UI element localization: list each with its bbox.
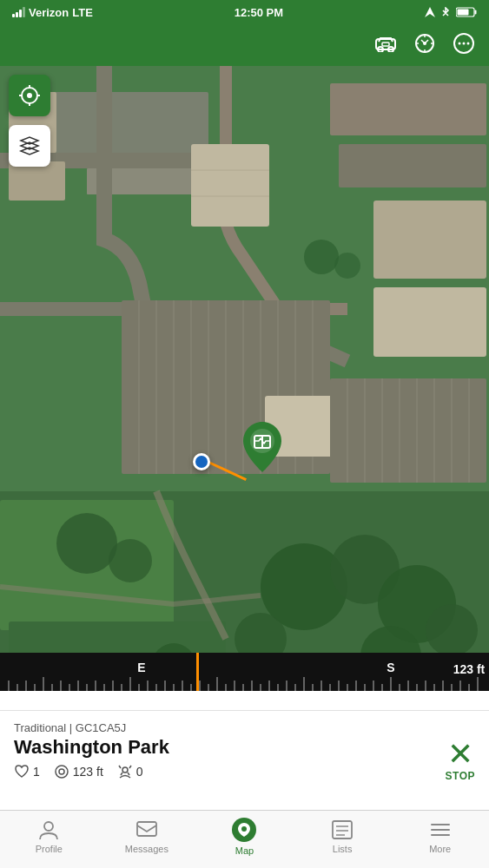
compass-button[interactable] xyxy=(414,33,435,54)
svg-point-52 xyxy=(56,513,117,574)
status-left: Verizon LTE xyxy=(12,6,93,19)
tab-lists[interactable]: Lists xyxy=(294,819,392,854)
tab-more[interactable]: More xyxy=(391,819,489,854)
svg-rect-26 xyxy=(373,287,486,357)
tab-profile-label: Profile xyxy=(36,844,63,854)
svg-line-137 xyxy=(119,766,121,768)
signal-bars xyxy=(12,7,25,17)
cache-name-label: Washington Park xyxy=(14,736,475,759)
layers-icon xyxy=(17,134,42,158)
svg-rect-2 xyxy=(475,10,477,15)
svg-rect-74 xyxy=(0,653,489,691)
stop-button[interactable]: ✕ STOP xyxy=(446,739,475,782)
svg-rect-20 xyxy=(191,144,269,227)
tab-map-label: Map xyxy=(235,845,254,856)
toolbar xyxy=(0,24,489,66)
svg-point-136 xyxy=(122,767,128,773)
svg-point-64 xyxy=(334,253,360,279)
distance-icon xyxy=(54,764,69,779)
tab-profile[interactable]: Profile xyxy=(0,819,98,854)
trackables-stat: 0 xyxy=(117,764,143,779)
svg-text:S: S xyxy=(387,661,394,674)
svg-point-61 xyxy=(426,604,478,656)
svg-point-141 xyxy=(44,822,53,831)
status-icons xyxy=(425,7,477,17)
svg-rect-131 xyxy=(196,653,199,691)
layers-button[interactable] xyxy=(9,125,50,167)
svg-text:123 ft: 123 ft xyxy=(453,662,486,676)
cache-stats: 1 123 ft xyxy=(14,764,475,779)
svg-rect-15 xyxy=(52,92,208,161)
lists-icon xyxy=(331,819,354,841)
bluetooth-icon xyxy=(440,7,451,17)
svg-point-144 xyxy=(241,826,247,832)
svg-rect-24 xyxy=(339,144,486,187)
info-panel: Traditional | GC1CA5J Washington Park 1 … xyxy=(0,710,489,810)
ruler-svg: // This won't execute inside SVG, using … xyxy=(0,653,489,691)
messages-icon xyxy=(135,819,158,841)
map-active-icon xyxy=(231,817,257,843)
svg-point-135 xyxy=(59,769,64,774)
svg-point-63 xyxy=(304,240,339,274)
locate-button[interactable] xyxy=(9,75,50,116)
status-bar: Verizon LTE 12:50 PM xyxy=(0,0,489,24)
svg-line-139 xyxy=(121,773,122,775)
battery-icon xyxy=(456,7,477,17)
distance-value: 123 ft xyxy=(73,765,103,779)
profile-icon xyxy=(37,819,60,841)
svg-point-53 xyxy=(109,539,152,582)
map-satellite xyxy=(0,66,489,691)
distance-stat: 123 ft xyxy=(54,764,103,779)
tab-map[interactable]: Map xyxy=(195,817,294,856)
tab-bar: Profile Messages Map Lists xyxy=(0,810,489,868)
svg-point-11 xyxy=(459,43,461,45)
trackable-icon xyxy=(117,764,133,779)
favorites-icon xyxy=(14,764,30,779)
favorites-count: 1 xyxy=(33,765,40,779)
compass-ruler: // This won't execute inside SVG, using … xyxy=(0,653,489,691)
more-icon xyxy=(429,819,452,841)
svg-rect-3 xyxy=(458,10,469,16)
tab-messages-label: Messages xyxy=(125,844,169,854)
carrier-label: Verizon xyxy=(29,6,69,19)
stop-label: STOP xyxy=(446,770,475,782)
svg-rect-23 xyxy=(330,83,486,135)
svg-point-66 xyxy=(27,93,32,98)
locate-icon xyxy=(18,84,41,107)
svg-point-13 xyxy=(467,43,470,45)
more-options-button[interactable] xyxy=(453,32,475,55)
svg-rect-40 xyxy=(330,378,486,483)
svg-rect-145 xyxy=(333,821,352,838)
network-label: LTE xyxy=(72,6,93,19)
svg-line-140 xyxy=(128,773,129,775)
svg-line-138 xyxy=(129,766,131,768)
svg-text:E: E xyxy=(137,661,145,674)
svg-rect-7 xyxy=(382,43,389,46)
tab-lists-label: Lists xyxy=(333,844,353,854)
svg-rect-142 xyxy=(137,822,156,836)
user-location-dot xyxy=(193,453,210,470)
geocache-marker[interactable] xyxy=(240,420,285,472)
svg-rect-19 xyxy=(9,161,65,201)
trackables-count: 0 xyxy=(136,765,143,779)
cache-type-label: Traditional | GC1CA5J xyxy=(14,721,475,734)
map-view[interactable]: // This won't execute inside SVG, using … xyxy=(0,66,489,691)
time-label: 12:50 PM xyxy=(235,6,283,19)
svg-rect-25 xyxy=(373,201,486,279)
svg-point-134 xyxy=(56,766,68,778)
navigate-car-button[interactable] xyxy=(374,35,397,52)
navigation-icon xyxy=(425,7,435,17)
stop-x-icon: ✕ xyxy=(447,739,473,770)
tab-messages[interactable]: Messages xyxy=(98,819,196,854)
svg-marker-0 xyxy=(425,7,435,17)
tab-more-label: More xyxy=(429,844,451,854)
svg-point-12 xyxy=(463,43,466,45)
favorites-stat: 1 xyxy=(14,764,40,779)
